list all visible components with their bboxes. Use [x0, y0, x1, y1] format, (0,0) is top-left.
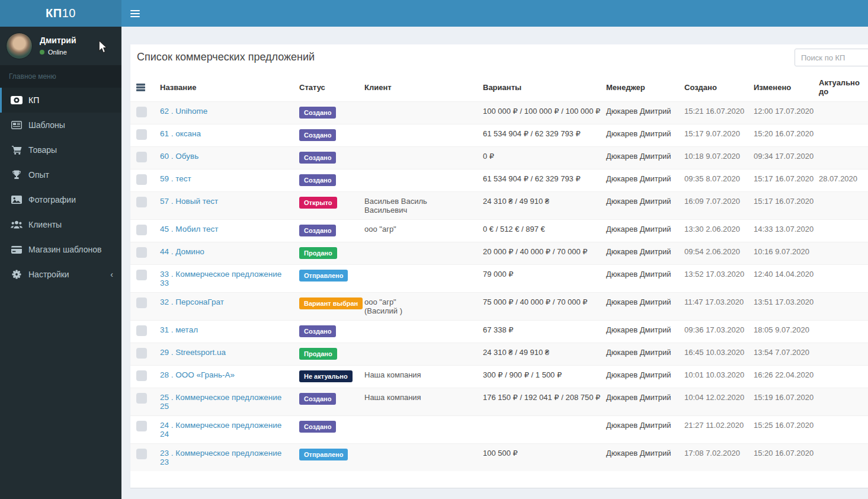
client-cell	[358, 444, 477, 472]
row-checkbox[interactable]	[136, 325, 147, 336]
client-cell	[358, 321, 477, 343]
table-row: 24 . Коммерческое предложение 24 Создано…	[130, 416, 868, 444]
sidebar-item-kp[interactable]: КП	[0, 88, 121, 113]
proposal-link[interactable]: 32 . ПерсонаГрат	[160, 298, 224, 306]
sidebar-item-label: КП	[28, 95, 39, 105]
variants-cell: 100 000 ₽ / 100 000 ₽ / 100 000 ₽	[477, 102, 600, 124]
proposal-link[interactable]: 33 . Коммерческое предложение 33	[160, 270, 281, 287]
client-cell	[358, 124, 477, 147]
client-cell: Наша компания	[358, 388, 477, 416]
app-logo-bold: КП	[46, 7, 62, 20]
sidebar-item-products[interactable]: Товары	[0, 137, 121, 162]
actual-cell	[813, 147, 868, 169]
row-checkbox[interactable]	[136, 152, 147, 162]
row-checkbox[interactable]	[136, 348, 147, 359]
variants-cell: 300 ₽ / 900 ₽ / 1 500 ₽	[477, 366, 600, 388]
row-checkbox[interactable]	[136, 107, 147, 117]
variants-cell: 75 000 ₽ / 40 000 ₽ / 70 000 ₽	[477, 293, 600, 321]
variants-cell: 176 150 ₽ / 192 041 ₽ / 208 750 ₽	[477, 388, 600, 416]
sidebar-item-photos[interactable]: Фотографии	[0, 187, 121, 212]
modified-cell: 10:16 9.07.2020	[748, 242, 813, 265]
proposal-link[interactable]: 25 . Коммерческое предложение 25	[160, 393, 281, 411]
manager-cell: Дюкарев Дмитрий	[600, 388, 678, 416]
sidebar-item-experience[interactable]: Опыт	[0, 162, 121, 187]
row-checkbox[interactable]	[136, 449, 147, 459]
sidebar-item-settings[interactable]: Настройки ‹	[0, 262, 121, 287]
variants-cell: 67 338 ₽	[477, 321, 600, 343]
card-icon	[11, 245, 23, 254]
modified-cell: 16:26 22.04.2020	[748, 366, 813, 388]
row-checkbox[interactable]	[136, 129, 147, 140]
row-checkbox[interactable]	[136, 225, 147, 235]
search-input[interactable]	[795, 49, 868, 66]
client-cell: ооо "агр"	[358, 220, 477, 242]
content-area: Список коммерческих предложений Название…	[121, 27, 868, 499]
table-row: 33 . Коммерческое предложение 33 Отправл…	[130, 265, 868, 293]
proposal-link[interactable]: 62 . Unihome	[160, 107, 207, 116]
variants-cell	[477, 416, 600, 444]
table-row: 29 . Streetsport.ua Продано 24 310 ₴ / 4…	[130, 343, 868, 366]
proposal-link[interactable]: 31 . метал	[160, 325, 198, 334]
image-icon	[11, 195, 23, 204]
status-badge: Отправлено	[299, 270, 348, 282]
status-badge: Создано	[299, 393, 336, 405]
modified-cell: 15:25 16.07.2020	[748, 416, 813, 444]
modified-cell: 09:34 17.07.2020	[748, 147, 813, 169]
status-badge: Не актуально	[299, 370, 353, 382]
row-checkbox[interactable]	[136, 421, 147, 431]
proposals-card: Список коммерческих предложений Название…	[130, 44, 868, 488]
proposal-link[interactable]: 44 . Домино	[160, 247, 204, 256]
row-checkbox[interactable]	[136, 298, 147, 308]
manager-cell: Дюкарев Дмитрий	[600, 416, 678, 444]
cart-icon	[11, 145, 23, 155]
sidebar-section-header: Главное меню	[0, 65, 121, 88]
modified-cell: 14:33 13.07.2020	[748, 220, 813, 242]
modified-cell: 15:17 16.07.2020	[748, 169, 813, 192]
sidebar-item-label: Клиенты	[28, 220, 62, 229]
row-checkbox[interactable]	[136, 174, 147, 185]
manager-cell: Дюкарев Дмитрий	[600, 293, 678, 321]
sidebar-item-label: Опыт	[28, 170, 49, 180]
row-checkbox[interactable]	[136, 370, 147, 381]
proposal-link[interactable]: 45 . Мобил тест	[160, 225, 219, 233]
client-cell	[358, 242, 477, 265]
app-logo[interactable]: КП10	[0, 0, 121, 27]
table-row: 23 . Коммерческое предложение 23 Отправл…	[130, 444, 868, 472]
proposal-link[interactable]: 29 . Streetsport.ua	[160, 348, 226, 357]
proposal-link[interactable]: 28 . ООО «Грань-А»	[160, 370, 235, 379]
client-cell	[358, 416, 477, 444]
actual-cell	[813, 321, 868, 343]
created-cell: 10:18 9.07.2020	[678, 147, 748, 169]
client-cell	[358, 343, 477, 366]
actual-cell	[813, 293, 868, 321]
variants-cell: 0 € / 512 € / 897 €	[477, 220, 600, 242]
created-cell: 09:36 17.03.2020	[678, 321, 748, 343]
proposal-link[interactable]: 61 . оксана	[160, 129, 201, 138]
actual-cell	[813, 388, 868, 416]
sidebar-item-label: Товары	[28, 145, 57, 155]
chevron-left-icon: ‹	[110, 270, 113, 279]
sidebar-toggle-button[interactable]	[121, 0, 149, 27]
status-badge: Создано	[299, 107, 336, 119]
modified-cell: 15:20 16.07.2020	[748, 444, 813, 472]
sidebar-menu: КП Шаблоны Товары Опыт Фотографии	[0, 88, 121, 287]
row-checkbox[interactable]	[136, 393, 147, 404]
proposal-link[interactable]: 24 . Коммерческое предложение 24	[160, 421, 281, 439]
sidebar-item-template-store[interactable]: Магазин шаблонов	[0, 237, 121, 262]
row-checkbox[interactable]	[136, 247, 147, 258]
sidebar-item-clients[interactable]: Клиенты	[0, 212, 121, 237]
row-checkbox[interactable]	[136, 270, 147, 280]
manager-cell: Дюкарев Дмитрий	[600, 192, 678, 220]
created-cell: 13:52 17.03.2020	[678, 265, 748, 293]
page-title: Список коммерческих предложений	[137, 51, 861, 63]
table-row: 62 . Unihome Создано 100 000 ₽ / 100 000…	[130, 102, 868, 124]
proposal-link[interactable]: 60 . Обувь	[160, 152, 198, 161]
proposal-link[interactable]: 57 . Новый тест	[160, 197, 218, 206]
sidebar-item-templates[interactable]: Шаблоны	[0, 113, 121, 137]
variants-cell: 20 000 ₽ / 40 000 ₽ / 70 000 ₽	[477, 242, 600, 265]
actual-cell	[813, 124, 868, 147]
row-checkbox[interactable]	[136, 197, 147, 207]
proposal-link[interactable]: 23 . Коммерческое предложение 23	[160, 449, 281, 466]
created-cell: 13:30 2.06.2020	[678, 220, 748, 242]
proposal-link[interactable]: 59 . тест	[160, 174, 191, 183]
